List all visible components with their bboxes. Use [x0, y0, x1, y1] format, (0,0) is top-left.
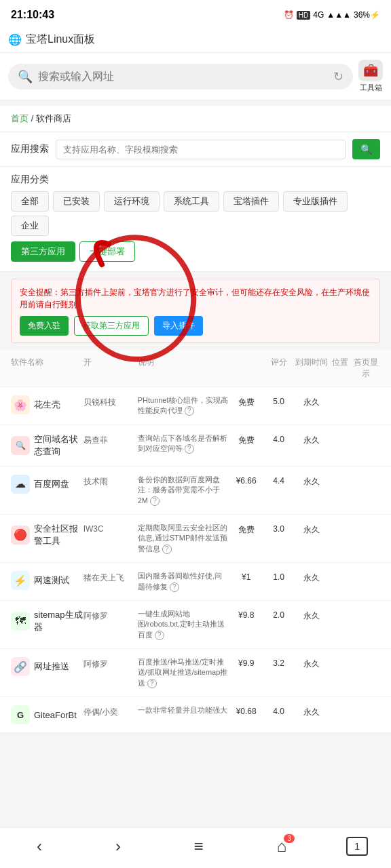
app-name: G GiteaForBt — [11, 705, 83, 724]
col-header-desc: 说明 — [138, 357, 228, 380]
col-header-expire: 到期时间 — [293, 357, 329, 380]
app-expire: 永久 — [293, 571, 329, 584]
app-expire: 永久 — [293, 657, 329, 670]
app-rating: 3.0 — [264, 523, 293, 534]
app-search-input[interactable] — [56, 140, 346, 159]
help-icon[interactable]: ? — [150, 496, 160, 506]
import-plugin-button[interactable]: 导入插件 — [154, 316, 203, 336]
app-name: 🔴 安全社区报警工具 — [11, 523, 83, 547]
app-pos — [329, 609, 351, 610]
toolbox-button[interactable]: 🧰 工具箱 — [358, 60, 383, 93]
app-icon: G — [11, 705, 30, 724]
app-expire: 永久 — [293, 705, 329, 718]
help-icon[interactable]: ? — [155, 631, 164, 640]
software-table: 🌸 花生壳 贝锐科技 PHtunnel核心组件，实现高性能反向代理 ? 免费 5… — [0, 387, 391, 733]
app-name: ☁ 百度网盘 — [11, 475, 83, 494]
table-row[interactable]: 🔍 空间域名状态查询 易查菲 查询站点下各域名是否解析到对应空间等 ? 免费 4… — [0, 425, 391, 467]
table-row[interactable]: 🔴 安全社区报警工具 IW3C 定期爬取阿里云安全社区的信息,通过STMP邮件发… — [0, 515, 391, 563]
app-icon: 🗺 — [11, 612, 30, 631]
bottom-nav: ‹ › ≡ ⌂ 3 1 — [0, 827, 391, 868]
app-rating: 3.2 — [264, 657, 293, 668]
app-price: ¥0.68 — [228, 705, 264, 716]
cat-tab-onedeploy[interactable]: 一键部署 — [79, 241, 135, 262]
breadcrumb-home[interactable]: 首页 — [11, 113, 29, 123]
help-icon[interactable]: ? — [147, 679, 157, 688]
app-price: ¥1 — [228, 571, 264, 582]
signal-bars: ▲▲▲ — [327, 10, 351, 20]
app-desc: 百度推送/神马推送/定时推送/抓取网址推送/sitemap推送 ? — [138, 657, 228, 688]
app-pos — [329, 523, 351, 524]
app-pos — [329, 705, 351, 707]
help-icon[interactable]: ? — [170, 583, 179, 592]
url-input-wrap[interactable]: 🔍 ↻ — [8, 64, 353, 90]
breadcrumb-current: 软件商店 — [36, 113, 71, 123]
app-icon: ⚡ — [11, 571, 30, 590]
table-row[interactable]: 🌸 花生壳 贝锐科技 PHtunnel核心组件，实现高性能反向代理 ? 免费 5… — [0, 387, 391, 425]
app-desc: 查询站点下各域名是否解析到对应空间等 ? — [138, 433, 228, 454]
breadcrumb: 首页 / 软件商店 — [0, 106, 391, 132]
cat-tab-proplugin[interactable]: 专业版插件 — [283, 191, 348, 212]
app-pos — [329, 571, 351, 572]
free-register-button[interactable]: 免费入驻 — [20, 316, 69, 336]
app-search-button[interactable]: 🔍 — [352, 139, 380, 159]
app-developer: 贝锐科技 — [83, 395, 138, 408]
app-home — [351, 433, 380, 435]
app-pos — [329, 657, 351, 658]
cat-tab-all[interactable]: 全部 — [11, 191, 49, 212]
cat-tab-runtime[interactable]: 运行环境 — [104, 191, 160, 212]
hd-badge: HD — [297, 11, 310, 20]
alert-box: 安全提醒：第三方插件上架前，宝塔官方进行了安全审计，但可能还存在安全风险，在生产… — [11, 279, 380, 343]
home-button[interactable]: ⌂ 3 — [263, 834, 301, 859]
app-name: 🔗 网址推送 — [11, 657, 83, 676]
category-tabs-row2: 第三方应用 一键部署 — [11, 241, 380, 262]
app-developer: 阿修罗 — [83, 657, 138, 670]
app-name: ⚡ 网速测试 — [11, 571, 83, 590]
table-row[interactable]: ⚡ 网速测试 猪在天上飞 国内服务器间歇性好使,问题待修复 ? ¥1 1.0 永… — [0, 563, 391, 601]
app-desc: PHtunnel核心组件，实现高性能反向代理 ? — [138, 395, 228, 416]
browser-title: 🌐 宝塔Linux面板 — [8, 33, 383, 47]
status-time: 21:10:43 — [11, 9, 54, 21]
forward-button[interactable]: › — [102, 834, 134, 859]
app-name: 🗺 sitemap生成器 — [11, 609, 83, 633]
status-icons: ⏰ HD 4G ▲▲▲ 36%⚡ — [284, 10, 380, 20]
app-rating: 4.0 — [264, 433, 293, 444]
app-desc: 定期爬取阿里云安全社区的信息,通过STMP邮件发送预警信息 ? — [138, 523, 228, 554]
app-icon: 🔴 — [11, 526, 30, 545]
back-button[interactable]: ‹ — [23, 834, 56, 859]
tabs-button[interactable]: 1 — [346, 837, 368, 856]
breadcrumb-separator: / — [31, 113, 36, 123]
battery: 36%⚡ — [354, 10, 380, 20]
help-icon[interactable]: ? — [185, 406, 194, 416]
get-third-button[interactable]: 获取第三方应用 — [74, 316, 149, 336]
app-price: ¥9.8 — [228, 609, 264, 620]
cat-tab-installed[interactable]: 已安装 — [53, 191, 100, 212]
alert-buttons: 免费入驻 获取第三方应用 导入插件 — [20, 316, 371, 336]
app-desc: 国内服务器间歇性好使,问题待修复 ? — [138, 571, 228, 592]
app-price: 免费 — [228, 395, 264, 408]
cat-tab-btplugin[interactable]: 宝塔插件 — [223, 191, 279, 212]
table-row[interactable]: ☁ 百度网盘 技术雨 备份你的数据到百度网盘注：服务器带宽需不小于2M ? ¥6… — [0, 467, 391, 515]
alert-text: 安全提醒：第三方插件上架前，宝塔官方进行了安全审计，但可能还存在安全风险，在生产… — [20, 286, 371, 311]
app-price: ¥9.9 — [228, 657, 264, 668]
col-header-price — [228, 357, 264, 380]
toolbox-icon: 🧰 — [358, 60, 383, 81]
url-input[interactable] — [38, 71, 328, 83]
cat-tab-enterprise[interactable]: 企业 — [11, 216, 49, 236]
app-developer: IW3C — [83, 523, 138, 534]
app-pos — [329, 433, 351, 435]
table-row[interactable]: 🗺 sitemap生成器 阿修罗 一键生成网站地图/robots.txt,定时主… — [0, 601, 391, 649]
home-badge: 3 — [284, 834, 295, 843]
reload-icon[interactable]: ↻ — [333, 69, 343, 84]
table-row[interactable]: G GiteaForBt 停偶/小奕 一款非常轻量并且功能强大 ¥0.68 4.… — [0, 697, 391, 733]
menu-button[interactable]: ≡ — [181, 834, 217, 859]
col-header-pos: 位置 — [329, 357, 351, 380]
app-icon: ☁ — [11, 475, 30, 494]
app-expire: 永久 — [293, 475, 329, 488]
table-row[interactable]: 🔗 网址推送 阿修罗 百度推送/神马推送/定时推送/抓取网址推送/sitemap… — [0, 649, 391, 697]
cat-tab-third[interactable]: 第三方应用 — [11, 241, 75, 262]
cat-tab-systools[interactable]: 系统工具 — [164, 191, 219, 212]
help-icon[interactable]: ? — [185, 444, 194, 454]
app-developer: 技术雨 — [83, 475, 138, 488]
help-icon[interactable]: ? — [162, 545, 172, 554]
app-price: ¥6.66 — [228, 475, 264, 486]
